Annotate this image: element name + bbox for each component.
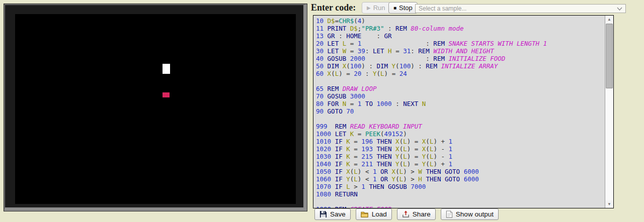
folder-icon (361, 210, 369, 218)
code-line: 40 GOSUB 2000 : REM INITIALIZE FOOD (316, 55, 605, 62)
code-line: 1030 IF K = 215 THEN Y(L) = Y(L) - 1 (316, 153, 605, 160)
load-button[interactable]: Load (356, 208, 392, 220)
code-line: 1070 IF L > 1 THEN GOSUB 7000 (316, 183, 605, 190)
sample-select[interactable]: Select a sample... (415, 4, 626, 13)
code-line: 10 D$=CHR$(4) (316, 17, 605, 25)
scroll-up-icon[interactable]: ▲ (605, 16, 613, 23)
code-line: 1999 REM CREATE FOOD (316, 205, 605, 208)
show-output-button[interactable]: Show output (441, 208, 499, 220)
code-lines[interactable]: 10 D$=CHR$(4)11 PRINT D$;"PR#3" : REM 80… (313, 16, 605, 208)
code-line (316, 77, 605, 85)
share-icon (402, 210, 410, 218)
chevron-down-icon (617, 7, 622, 11)
run-button-label: Run (373, 4, 385, 12)
play-icon: ▶ (367, 6, 371, 11)
code-line (316, 198, 605, 205)
code-line: 1040 IF K = 211 THEN Y(L) = Y(L) + 1 (316, 160, 605, 168)
applesoft-basic-app: { "app": { "background": "#e8e8cd" }, "t… (0, 0, 644, 222)
code-line: 70 GOSUB 3000 (316, 92, 605, 100)
show-output-button-label: Show output (456, 210, 494, 218)
code-line: 999 REM READ KEYBOARD INPUT (316, 123, 605, 130)
code-line: 1010 IF K = 196 THEN X(L) = X(L) + 1 (316, 138, 605, 145)
share-button[interactable]: Share (397, 208, 436, 220)
code-line (316, 115, 605, 123)
code-line: 1060 IF Y(L) < 1 OR Y(L) > H THEN GOTO 6… (316, 175, 605, 183)
food-cell (163, 92, 170, 97)
code-line: 65 REM DRAW LOOP (316, 85, 605, 92)
code-editor[interactable]: 10 D$=CHR$(4)11 PRINT D$;"PR#3" : REM 80… (313, 15, 614, 208)
enter-code-label: Enter code: (311, 3, 356, 13)
scrollbar-thumb[interactable] (606, 24, 613, 88)
code-line: 1080 RETURN (316, 190, 605, 198)
code-line: 50 DIM X(100) : DIM Y(100) : REM INTIALI… (316, 62, 605, 70)
code-line: 60 X(L) = 20 : Y(L) = 24 (316, 70, 605, 77)
code-line: 30 LET W = 39: LET H = 31: REM WIDTH AND… (316, 47, 605, 55)
scroll-down-icon[interactable]: ▼ (605, 200, 613, 208)
code-line: 13 GR : HOME : GR (316, 32, 605, 40)
emulator-screen[interactable] (15, 14, 296, 204)
floppy-disk-icon (319, 210, 327, 218)
code-line: 80 FOR N = 1 TO 1000 : NEXT N (316, 100, 605, 107)
code-line: 1000 LET K = PEEK(49152) (316, 130, 605, 138)
stop-button[interactable]: ■ Stop (388, 2, 418, 14)
stop-icon: ■ (393, 6, 396, 11)
run-button[interactable]: ▶ Run (362, 2, 390, 14)
code-line: 1050 IF X(L) < 1 OR X(L) > W THEN GOTO 6… (316, 168, 605, 175)
snake-cell (163, 64, 170, 74)
document-icon (446, 210, 453, 218)
sample-select-placeholder: Select a sample... (419, 5, 466, 12)
editor-scrollbar[interactable]: ▲ ▼ (605, 16, 613, 208)
load-button-label: Load (372, 210, 387, 218)
stop-button-label: Stop (399, 4, 413, 12)
code-line: 20 LET L = 1 : REM SNAKE STARTS WITH LEN… (316, 40, 605, 47)
emulator-crt-frame (4, 4, 307, 211)
share-button-label: Share (413, 210, 431, 218)
save-button-label: Save (330, 210, 346, 218)
code-line: 1020 IF K = 193 THEN X(L) = X(L) - 1 (316, 145, 605, 153)
code-line: 11 PRINT D$;"PR#3" : REM 80-column mode (316, 25, 605, 32)
code-line: 90 GOTO 70 (316, 107, 605, 115)
save-button[interactable]: Save (314, 208, 351, 220)
editor-actions: Save Load Share Show output (314, 208, 499, 220)
